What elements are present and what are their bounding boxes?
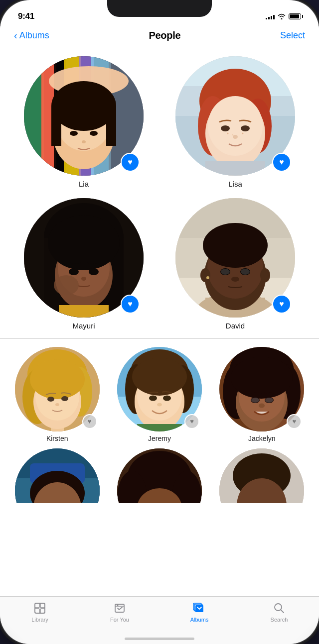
svg-point-56 (200, 268, 210, 282)
home-indicator (125, 638, 194, 640)
wifi-icon (278, 13, 286, 19)
favorite-badge-mayuri[interactable]: ♥ (121, 295, 140, 314)
person-card-lia[interactable]: ♥ Lia (14, 56, 154, 188)
signal-bar-2 (268, 17, 270, 19)
featured-grid: ♥ Lia (14, 56, 305, 330)
favorite-badge-lia[interactable]: ♥ (121, 153, 140, 172)
avatar-wrap-lia: ♥ (24, 56, 144, 176)
signal-bar-1 (266, 18, 267, 19)
svg-point-27 (221, 125, 230, 131)
signal-bar-4 (273, 15, 275, 19)
person-name-jackelyn: Jackelyn (248, 434, 275, 442)
signal-icon (266, 13, 275, 19)
tab-albums[interactable]: Albums (182, 602, 217, 623)
heart-icon-lisa: ♥ (279, 158, 284, 166)
avatar-wrap-jeremy: ♥ (117, 347, 202, 431)
phone-frame: 9:41 ‹ (0, 0, 319, 644)
person-card-bottom1[interactable] (8, 448, 106, 503)
avatar-bottom2 (117, 448, 202, 503)
favorite-badge-jackelyn[interactable]: ♥ (287, 414, 302, 429)
person-card-kirsten[interactable]: ♥ Kirsten (8, 347, 106, 442)
tab-search[interactable]: Search (262, 602, 297, 623)
svg-point-31 (242, 133, 244, 134)
svg-point-87 (163, 395, 171, 401)
svg-rect-118 (35, 603, 45, 613)
other-people-section: ♥ Kirsten (0, 338, 319, 503)
svg-point-30 (227, 133, 229, 134)
tab-bar: Library For You (0, 596, 319, 644)
select-button[interactable]: Select (280, 30, 305, 41)
person-card-jeremy[interactable]: ♥ Jeremy (110, 347, 208, 442)
avatar-bottom1 (15, 448, 100, 503)
favorite-badge-david[interactable]: ♥ (272, 295, 291, 314)
svg-point-72 (30, 359, 85, 399)
chevron-left-icon: ‹ (14, 30, 17, 41)
svg-point-42 (69, 268, 79, 275)
signal-bar-3 (271, 16, 272, 19)
person-name-david: David (226, 322, 245, 330)
avatar-wrap-david: ♥ (175, 198, 295, 318)
svg-point-63 (206, 276, 209, 279)
svg-rect-89 (137, 424, 182, 431)
person-card-bottom3[interactable] (213, 448, 311, 503)
svg-point-57 (260, 268, 270, 282)
tab-for-you[interactable]: For You (102, 602, 137, 623)
status-time: 9:41 (18, 11, 34, 21)
person-card-bottom2[interactable] (110, 448, 208, 503)
svg-point-32 (232, 134, 233, 135)
svg-rect-33 (205, 161, 265, 176)
svg-point-85 (132, 358, 187, 396)
person-card-david[interactable]: ♥ David (165, 198, 305, 330)
person-name-kirsten: Kirsten (46, 434, 68, 442)
person-card-mayuri[interactable]: ♥ Mayuri (14, 198, 154, 330)
heart-icon-david: ♥ (279, 300, 284, 308)
page-title: People (149, 30, 180, 41)
svg-point-29 (233, 135, 238, 139)
svg-point-88 (157, 403, 162, 406)
svg-point-60 (221, 269, 230, 275)
svg-point-62 (231, 277, 239, 282)
albums-label: Albums (190, 617, 209, 623)
favorite-badge-jeremy[interactable]: ♥ (184, 414, 199, 429)
svg-point-74 (61, 396, 68, 401)
svg-point-46 (54, 275, 79, 295)
notch (107, 0, 212, 17)
for-you-icon (113, 602, 126, 615)
avatar-wrap-lisa: ♥ (175, 56, 295, 176)
other-people-grid: ♥ Kirsten (8, 347, 311, 442)
phone-screen: 9:41 ‹ (0, 0, 319, 644)
svg-point-61 (241, 269, 250, 275)
svg-point-124 (117, 605, 119, 606)
person-name-lisa: Lisa (228, 180, 242, 188)
svg-point-73 (47, 397, 54, 402)
back-button[interactable]: ‹ Albums (14, 30, 49, 41)
svg-point-103 (259, 403, 265, 408)
bottom-row (8, 448, 311, 503)
heart-icon-jackelyn: ♥ (292, 418, 296, 425)
svg-point-43 (89, 268, 99, 275)
favorite-badge-lisa[interactable]: ♥ (272, 153, 291, 172)
svg-point-101 (251, 398, 259, 403)
svg-point-41 (48, 215, 120, 270)
svg-rect-12 (51, 106, 61, 146)
svg-point-44 (81, 277, 86, 281)
person-name-jeremy: Jeremy (148, 434, 171, 442)
favorite-badge-kirsten[interactable]: ♥ (82, 414, 97, 429)
svg-point-102 (265, 398, 273, 403)
content-area: ♥ Lia (0, 46, 319, 503)
svg-point-86 (149, 395, 157, 401)
svg-point-98 (231, 357, 293, 399)
tab-library[interactable]: Library (22, 602, 57, 623)
svg-rect-123 (115, 604, 124, 612)
svg-rect-1 (24, 56, 44, 176)
navigation-bar: ‹ Albums People Select (0, 26, 319, 46)
avatar-bottom3 (219, 448, 304, 503)
heart-icon-jeremy: ♥ (190, 418, 194, 425)
heart-icon-mayuri: ♥ (128, 300, 133, 308)
person-card-jackelyn[interactable]: ♥ Jackelyn (213, 347, 311, 442)
library-label: Library (31, 617, 48, 623)
search-label: Search (271, 617, 288, 623)
person-card-lisa[interactable]: ♥ Lisa (165, 56, 305, 188)
back-label: Albums (19, 30, 49, 41)
heart-icon-lia: ♥ (128, 158, 133, 166)
